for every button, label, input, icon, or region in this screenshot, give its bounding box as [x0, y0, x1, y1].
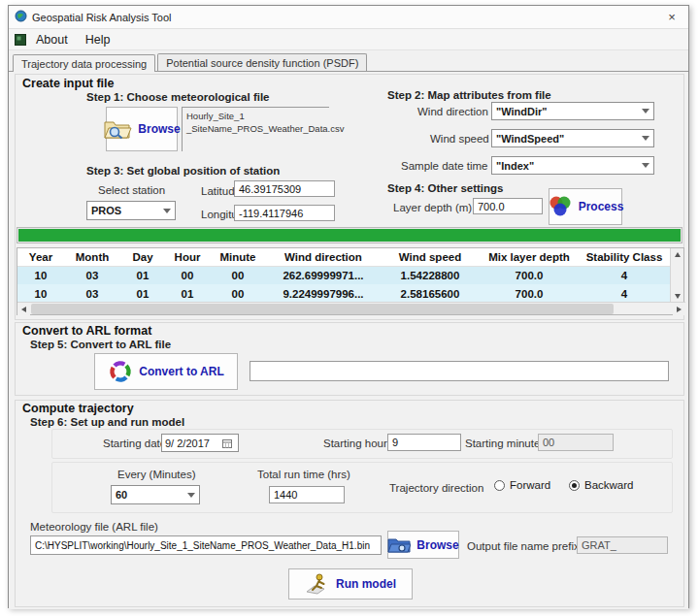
- cell: 700.0: [480, 266, 579, 284]
- met-arl-file-label: Meteorology file (ARL file): [30, 521, 158, 533]
- total-run-time-label: Total run time (hrs): [257, 469, 350, 480]
- sample-date-time-label: Sample date time: [401, 160, 488, 172]
- cell: 00: [210, 284, 266, 303]
- sample-date-time-select[interactable]: "Index": [491, 156, 654, 175]
- cell: 01: [120, 266, 165, 284]
- cell: 00: [165, 266, 210, 284]
- col-header: Wind speed: [381, 248, 480, 266]
- step1-title: Step 1: Choose meteorological file: [86, 91, 270, 103]
- convert-to-arl-button[interactable]: Convert to ARL: [94, 353, 238, 390]
- tab-content: Create input file Step 1: Choose meteoro…: [9, 71, 688, 609]
- weather-data-table: Year Month Day Hour Minute Wind directio…: [17, 247, 684, 315]
- scroll-up-icon[interactable]: [671, 248, 683, 261]
- output-prefix-field[interactable]: [577, 536, 668, 554]
- met-file-display: Hourly_Site_1 _SiteName_PROS_Weather_Dat…: [182, 107, 329, 151]
- wind-speed-select[interactable]: "WindSpeed": [491, 129, 654, 147]
- radio-unselected-icon: [494, 480, 505, 491]
- col-header: Month: [64, 248, 120, 266]
- folder-search-icon: [103, 117, 132, 141]
- scroll-left-icon[interactable]: [17, 303, 30, 315]
- scroll-right-icon[interactable]: [673, 303, 685, 315]
- title-bar: Geospatial Risk Analysis Tool ×: [9, 6, 688, 29]
- latitude-field[interactable]: [234, 180, 335, 197]
- progress-bar-fill: [18, 229, 681, 242]
- radio-selected-icon: [569, 480, 580, 491]
- total-run-time-field[interactable]: [269, 486, 345, 503]
- cell: 1.54228800: [381, 266, 480, 284]
- window-title: Geospatial Risk Analysis Tool: [32, 12, 171, 23]
- browse-arl-file-label: Browse: [416, 538, 458, 552]
- station-value: PROS: [91, 205, 121, 216]
- process-label: Process: [579, 200, 624, 213]
- col-header: Minute: [210, 248, 266, 266]
- table-vertical-scrollbar[interactable]: [670, 248, 683, 303]
- folder-blue-icon: [387, 536, 411, 554]
- col-header: Day: [120, 248, 165, 266]
- layer-depth-label: Layer depth (m): [393, 202, 472, 213]
- select-station-label: Select station: [98, 184, 165, 196]
- convert-to-arl-label: Convert to ARL: [139, 365, 224, 378]
- cell: 03: [64, 284, 120, 303]
- step5-title: Step 5: Convert to ARL file: [30, 339, 171, 350]
- layer-depth-field[interactable]: [473, 198, 543, 214]
- menu-help[interactable]: Help: [78, 31, 118, 49]
- sample-date-time-value: "Index": [496, 160, 534, 172]
- table-horizontal-scrollbar[interactable]: [17, 302, 685, 314]
- station-select[interactable]: PROS: [86, 201, 176, 220]
- forward-radio-label: Forward: [510, 479, 550, 491]
- cell: 03: [64, 266, 120, 284]
- cell: 700.0: [480, 284, 579, 303]
- cell: 4: [579, 266, 670, 284]
- starting-minute-label: Starting minute:: [465, 438, 544, 449]
- browse-arl-file-button[interactable]: Browse: [387, 531, 459, 559]
- menu-about[interactable]: About: [28, 31, 76, 49]
- col-header: Wind direction: [266, 248, 381, 266]
- output-prefix-label: Output file name prefix: [467, 540, 580, 552]
- backward-radio-label: Backward: [584, 479, 634, 491]
- step6-title: Step 6: Set up and run model: [30, 416, 184, 428]
- process-button[interactable]: Process: [549, 188, 622, 225]
- met-arl-file-field[interactable]: [30, 535, 382, 555]
- cell: 00: [210, 266, 266, 284]
- convert-progress-field: [250, 361, 669, 381]
- cell: 01: [120, 284, 165, 303]
- longitude-field[interactable]: [234, 205, 335, 221]
- close-icon[interactable]: ×: [661, 10, 682, 24]
- table-row[interactable]: 10 03 01 00 00 262.69999971... 1.5422880…: [17, 266, 670, 284]
- starting-hour-label: Starting hour:: [323, 438, 390, 449]
- cell: 2.58165600: [381, 284, 480, 303]
- trajectory-direction-label: Trajectory direction: [389, 482, 483, 494]
- step4-title: Step 4: Other settings: [387, 182, 504, 194]
- tab-strip: Trajectory data processing Potential sou…: [9, 50, 688, 71]
- backward-radio[interactable]: Backward: [569, 479, 634, 491]
- table-row[interactable]: 10 03 01 01 00 9.2249997996... 2.5816560…: [17, 284, 670, 303]
- progress-bar: [17, 227, 682, 243]
- run-model-button[interactable]: Run model: [288, 568, 413, 600]
- tab-trajectory-data-processing[interactable]: Trajectory data processing: [13, 54, 155, 72]
- wind-speed-label: Wind speed: [430, 133, 489, 145]
- wind-direction-value: "WindDir": [496, 106, 548, 117]
- cell: 01: [165, 284, 210, 303]
- wind-direction-select[interactable]: "WindDir": [491, 102, 654, 120]
- run-model-label: Run model: [336, 577, 396, 591]
- forward-radio[interactable]: Forward: [494, 479, 550, 491]
- starting-minute-field: [538, 434, 614, 451]
- starting-date-label: Starting date:: [103, 438, 169, 449]
- starting-date-picker[interactable]: 9/ 2/2017: [161, 434, 239, 452]
- app-window: Geospatial Risk Analysis Tool × About He…: [8, 5, 689, 608]
- col-header: Mix layer depth: [480, 248, 579, 266]
- every-minutes-select[interactable]: 60: [111, 485, 200, 504]
- every-minutes-value: 60: [116, 489, 127, 501]
- chevron-down-icon: [163, 209, 171, 213]
- create-input-title: Create input file: [22, 77, 114, 90]
- col-header: Year: [17, 248, 64, 266]
- runner-icon: [305, 572, 330, 596]
- compute-title: Compute trajectory: [22, 402, 134, 415]
- tab-psdf[interactable]: Potential source density function (PSDF): [157, 53, 367, 71]
- browse-met-file-button[interactable]: Browse: [106, 107, 178, 151]
- starting-hour-field[interactable]: [387, 434, 461, 451]
- cell: 4: [579, 284, 670, 303]
- wind-direction-label: Wind direction: [417, 106, 488, 117]
- chevron-down-icon: [642, 163, 649, 168]
- scrollbar-thumb[interactable]: [31, 304, 614, 314]
